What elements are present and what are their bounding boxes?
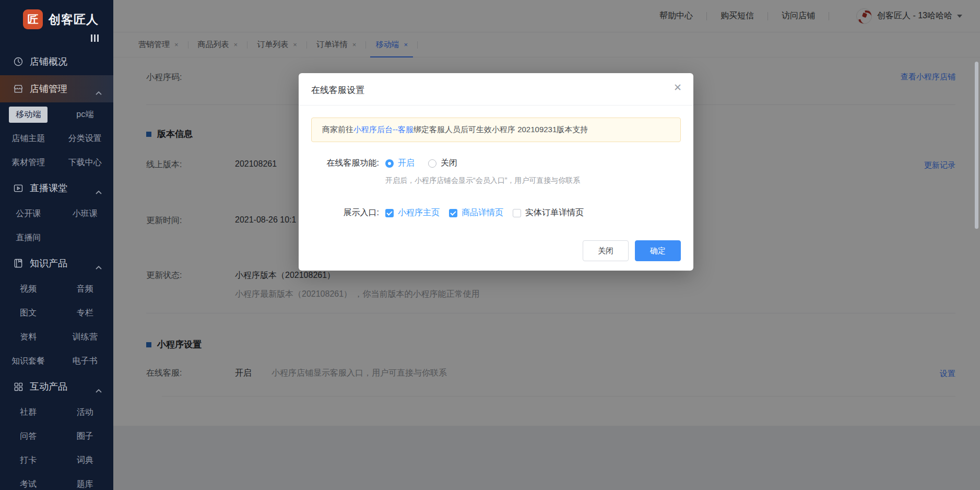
sidebar-item-shop-overview[interactable]: 店铺概况: [0, 48, 113, 75]
sidebar-item-mobile[interactable]: 移动端: [0, 102, 57, 126]
checkbox-miniprogram-home[interactable]: 小程序主页: [385, 207, 440, 218]
service-toggle-row: 在线客服功能: 开启 关闭: [311, 158, 681, 169]
sidebar-item-shop-theme[interactable]: 店铺主题: [0, 126, 57, 150]
radio-unselected-icon: [428, 159, 436, 168]
sidebar-item-question-bank[interactable]: 题库: [57, 472, 114, 490]
dialog-close-button[interactable]: 关闭: [583, 240, 629, 261]
sidebar-item-training-camp[interactable]: 训练营: [57, 325, 114, 349]
sidebar-item-knowledge-package[interactable]: 知识套餐: [0, 349, 57, 373]
sidebar-item-live-classroom[interactable]: 直播课堂: [0, 174, 113, 202]
checkbox-checked-icon: [385, 209, 394, 217]
sidebar-item-shop-management[interactable]: 店铺管理: [0, 75, 113, 102]
close-icon[interactable]: ✕: [674, 83, 682, 92]
grid-icon: [13, 381, 23, 392]
dialog-header: 在线客服设置 ✕: [299, 73, 693, 106]
dialog-title: 在线客服设置: [311, 84, 364, 96]
sidebar-item-download-center[interactable]: 下载中心: [57, 150, 114, 174]
clock-icon: [13, 56, 23, 67]
chevron-up-icon: [96, 87, 102, 98]
sidebar-item-ebook[interactable]: 电子书: [57, 349, 114, 373]
live-video-icon: [13, 183, 23, 193]
sidebar-item-column[interactable]: 专栏: [57, 301, 114, 325]
sidebar-item-checkin[interactable]: 打卡: [0, 448, 57, 472]
sidebar-item-pc[interactable]: pc端: [57, 102, 114, 126]
online-service-settings-dialog: 在线客服设置 ✕ 商家前往小程序后台--客服绑定客服人员后可生效小程序 2021…: [299, 73, 693, 271]
sidebar-item-video[interactable]: 视频: [0, 277, 57, 301]
radio-selected-icon: [385, 159, 394, 168]
checkbox-product-detail[interactable]: 商品详情页: [449, 207, 503, 218]
checkbox-checked-icon: [449, 209, 457, 217]
sidebar-item-small-class[interactable]: 小班课: [57, 202, 114, 226]
radio-service-off[interactable]: 关闭: [428, 158, 457, 169]
checkbox-unchecked-icon: [513, 209, 521, 217]
sidebar-item-community[interactable]: 社群: [0, 400, 57, 424]
dialog-confirm-button[interactable]: 确定: [635, 240, 681, 261]
sidebar-item-circle[interactable]: 圈子: [57, 424, 114, 448]
sidebar-item-category-settings[interactable]: 分类设置: [57, 126, 114, 150]
sidebar-item-open-course[interactable]: 公开课: [0, 202, 57, 226]
sidebar: 匠 创客匠人 店铺概况 店铺管理 移动端 pc端 店铺主题 分类设置 素材管理: [0, 0, 113, 490]
sidebar-item-resource[interactable]: 资料: [0, 325, 57, 349]
entry-display-row: 展示入口: 小程序主页 商品详情页 实体订单详情页: [311, 207, 681, 218]
sidebar-item-dictionary[interactable]: 词典: [57, 448, 114, 472]
sidebar-item-knowledge-products[interactable]: 知识产品: [0, 250, 113, 277]
service-helper-text: 开启后，小程序店铺会显示“会员入口”，用户可直接与你联系: [385, 176, 681, 185]
collapse-sidebar-icon[interactable]: [91, 34, 99, 42]
sidebar-item-exam[interactable]: 考试: [0, 472, 57, 490]
book-icon: [13, 258, 23, 269]
chevron-up-icon: [96, 384, 102, 395]
sidebar-item-article[interactable]: 图文: [0, 301, 57, 325]
page-scrollbar[interactable]: [975, 62, 978, 229]
warning-notice: 商家前往小程序后台--客服绑定客服人员后可生效小程序 202109231版本支持: [311, 118, 681, 142]
sidebar-menu: 店铺概况 店铺管理 移动端 pc端 店铺主题 分类设置 素材管理 下载中心 直播…: [0, 48, 113, 490]
chevron-up-icon: [96, 186, 102, 197]
sidebar-item-audio[interactable]: 音频: [57, 277, 114, 301]
sidebar-item-interactive-products[interactable]: 互动产品: [0, 373, 113, 400]
sidebar-item-qa[interactable]: 问答: [0, 424, 57, 448]
logo: 匠 创客匠人: [0, 0, 113, 30]
miniprogram-backend-link[interactable]: 小程序后台--客服: [353, 125, 414, 135]
brand-logo-icon: 匠: [23, 9, 43, 29]
radio-service-on[interactable]: 开启: [385, 158, 415, 169]
sidebar-item-activity[interactable]: 活动: [57, 400, 114, 424]
sidebar-item-live-room[interactable]: 直播间: [0, 226, 57, 250]
shop-icon: [13, 84, 23, 94]
sidebar-item-material[interactable]: 素材管理: [0, 150, 57, 174]
brand-name: 创客匠人: [49, 11, 99, 28]
chevron-up-icon: [96, 261, 102, 272]
checkbox-physical-order-detail[interactable]: 实体订单详情页: [513, 207, 584, 218]
